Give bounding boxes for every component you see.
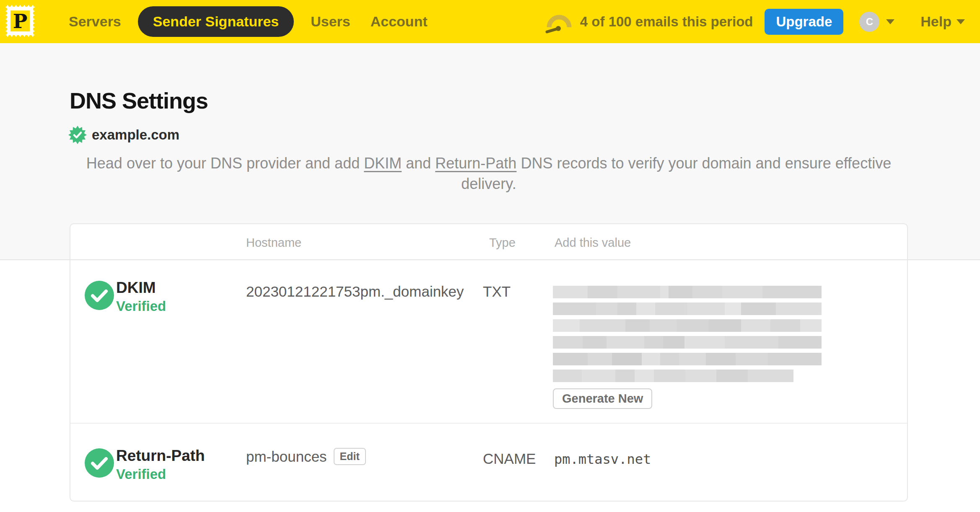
- help-menu[interactable]: Help: [920, 13, 965, 30]
- record-name: DKIM: [116, 279, 156, 297]
- postmark-logo[interactable]: P: [4, 4, 36, 40]
- domain-name: example.com: [92, 127, 179, 143]
- record-status: Verified: [116, 298, 166, 314]
- redacted-value-bar: [553, 303, 822, 315]
- verified-check-icon: [85, 281, 114, 312]
- record-value-redacted: Generate New: [553, 286, 822, 409]
- intro-part-1: Head over to your DNS provider and add: [86, 155, 364, 172]
- edit-button[interactable]: Edit: [334, 448, 366, 465]
- column-header-hostname: Hostname: [246, 236, 301, 250]
- domain-row: example.com: [68, 126, 179, 144]
- record-status: Verified: [116, 466, 166, 482]
- usage-gauge-icon: [544, 8, 574, 36]
- generate-new-button[interactable]: Generate New: [553, 388, 652, 409]
- redacted-value-bar: [553, 353, 822, 365]
- redacted-value-bar: [553, 319, 822, 332]
- main-content: DNS Settings example.com Head over to yo…: [0, 43, 980, 512]
- chevron-down-icon: [886, 19, 894, 24]
- table-header: Hostname Type Add this value: [70, 224, 907, 260]
- table-row-return-path: Return-Path Verified pm-bounces Edit CNA…: [70, 424, 907, 499]
- verified-seal-icon: [68, 126, 87, 144]
- redacted-value-bar: [553, 370, 793, 382]
- postmark-stamp-icon: P: [4, 4, 36, 38]
- record-type: TXT: [483, 283, 511, 300]
- intro-part-2: and: [402, 155, 435, 172]
- account-menu[interactable]: C: [859, 12, 894, 32]
- record-name: Return-Path: [116, 447, 205, 465]
- primary-nav: Servers Sender Signatures Users Account: [59, 6, 438, 37]
- return-path-link[interactable]: Return-Path: [435, 155, 516, 172]
- chevron-down-icon: [957, 19, 965, 24]
- intro-part-3: DNS records to verify your domain and en…: [461, 155, 891, 192]
- dns-records-card: Hostname Type Add this value DKIM Verifi…: [70, 223, 908, 502]
- record-hostname-group: pm-bounces Edit: [246, 448, 366, 465]
- redacted-value-bar: [553, 336, 822, 349]
- upgrade-button[interactable]: Upgrade: [765, 9, 843, 35]
- svg-text:P: P: [13, 10, 28, 33]
- record-hostname: 20230121221753pm._domainkey: [246, 283, 464, 300]
- nav-item-account[interactable]: Account: [360, 13, 438, 30]
- navbar-right-group: 4 of 100 emails this period Upgrade C He…: [544, 8, 965, 36]
- nav-item-servers[interactable]: Servers: [59, 13, 131, 30]
- nav-item-users[interactable]: Users: [301, 13, 360, 30]
- avatar[interactable]: C: [859, 12, 879, 32]
- column-header-type: Type: [489, 236, 516, 250]
- usage-counter[interactable]: 4 of 100 emails this period: [580, 14, 753, 30]
- record-type: CNAME: [483, 450, 536, 467]
- column-header-value: Add this value: [555, 236, 631, 250]
- intro-text: Head over to your DNS provider and add D…: [70, 153, 908, 194]
- record-value: pm.mtasv.net: [554, 451, 651, 467]
- record-hostname: pm-bounces: [246, 448, 327, 465]
- nav-item-sender-signatures[interactable]: Sender Signatures: [138, 6, 294, 37]
- dkim-link[interactable]: DKIM: [364, 155, 402, 172]
- page-title: DNS Settings: [70, 88, 208, 114]
- redacted-value-bar: [553, 286, 822, 298]
- verified-check-icon: [85, 448, 114, 479]
- top-navbar: P Servers Sender Signatures Users Accoun…: [0, 0, 980, 43]
- help-label: Help: [920, 13, 951, 30]
- table-row-dkim: DKIM Verified 20230121221753pm._domainke…: [70, 260, 907, 424]
